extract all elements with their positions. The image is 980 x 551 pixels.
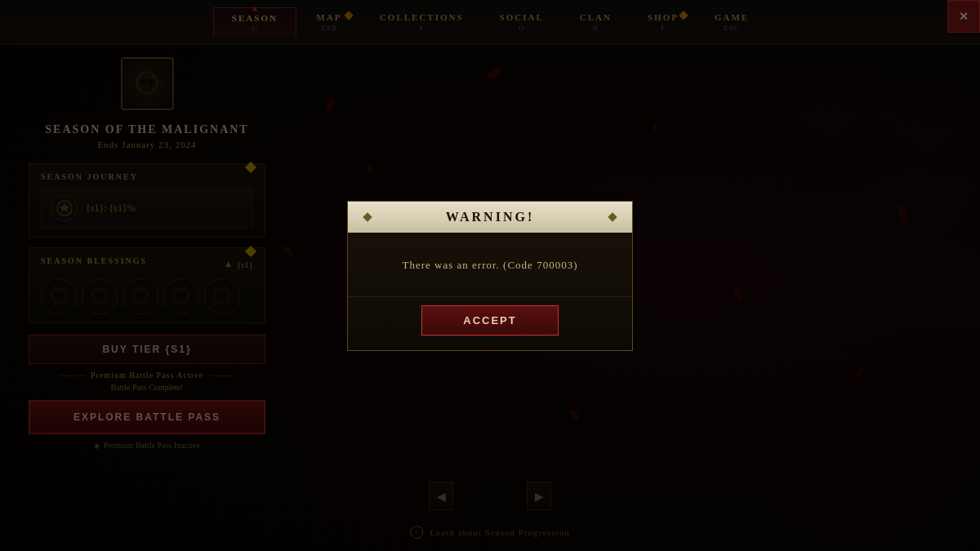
modal-overlay: WARNING! There was an error. (Code 70000… — [0, 0, 980, 551]
modal-header-diamond-right — [608, 212, 617, 221]
modal-footer: Accept — [348, 296, 632, 350]
modal-message: There was an error. (Code 700003) — [403, 259, 578, 271]
accept-button[interactable]: Accept — [421, 305, 558, 335]
modal-title: WARNING! — [371, 210, 609, 224]
modal-header: WARNING! — [348, 202, 632, 233]
warning-modal: WARNING! There was an error. (Code 70000… — [347, 201, 633, 351]
modal-body: There was an error. (Code 700003) — [348, 233, 632, 296]
